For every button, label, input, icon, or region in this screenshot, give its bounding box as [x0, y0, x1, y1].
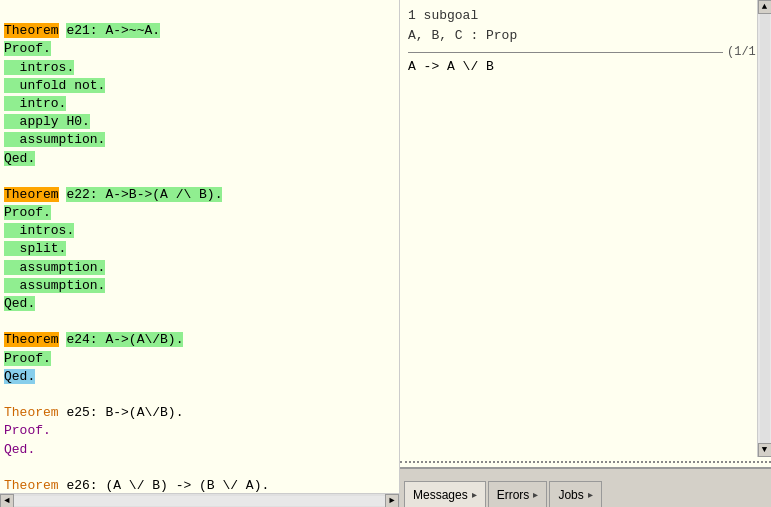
- proof-e25: Proof.: [4, 423, 51, 438]
- code-editor[interactable]: Theorem e21: A->~~A. Proof. intros. unfo…: [0, 0, 399, 493]
- qed-e25: Qed.: [4, 442, 35, 457]
- dotted-separator: [400, 461, 771, 463]
- unfold-e21: unfold not.: [4, 78, 105, 93]
- left-panel: Theorem e21: A->~~A. Proof. intros. unfo…: [0, 0, 400, 507]
- hscroll-track[interactable]: [14, 496, 385, 506]
- theorem-e21-stmt: e21: A->~~A.: [66, 23, 160, 38]
- main-container: Theorem e21: A->~~A. Proof. intros. unfo…: [0, 0, 771, 507]
- qed-e22: Qed.: [4, 296, 35, 311]
- theorem-e26-keyword: Theorem: [4, 478, 59, 493]
- assumption2-e22: assumption.: [4, 278, 105, 293]
- vscroll-up-arrow[interactable]: ▲: [758, 0, 772, 14]
- goal-panel: 1 subgoal A, B, C : Prop (1/1) A -> A \/…: [400, 0, 771, 457]
- qed-e24: Qed.: [4, 369, 35, 384]
- vscroll-track[interactable]: [760, 14, 770, 443]
- right-vscrollbar: ▲ ▼: [757, 0, 771, 457]
- right-panel: 1 subgoal A, B, C : Prop (1/1) A -> A \/…: [400, 0, 771, 507]
- scroll-right-arrow[interactable]: ►: [385, 494, 399, 508]
- tab-jobs-arrow: ▸: [588, 489, 593, 500]
- proof-e24: Proof.: [4, 351, 51, 366]
- split-e22: split.: [4, 241, 66, 256]
- context-text: A, B, C : Prop: [408, 28, 517, 43]
- assumption1-e22: assumption.: [4, 260, 105, 275]
- proof-e21: Proof.: [4, 41, 51, 56]
- vscroll-down-arrow[interactable]: ▼: [758, 443, 772, 457]
- goal-text: A -> A \/ B: [408, 59, 763, 74]
- intros-e21: intros.: [4, 60, 74, 75]
- tab-messages-label: Messages: [413, 488, 468, 502]
- theorem-e21-keyword: Theorem: [4, 23, 59, 38]
- subgoal-count-text: 1 subgoal: [408, 8, 478, 23]
- assumption-e21: assumption.: [4, 132, 105, 147]
- intro-e21: intro.: [4, 96, 66, 111]
- qed-e21: Qed.: [4, 151, 35, 166]
- tab-errors-label: Errors: [497, 488, 530, 502]
- theorem-e25-stmt: e25: B->(A\/B).: [66, 405, 183, 420]
- tab-errors-arrow: ▸: [533, 489, 538, 500]
- theorem-e22-stmt: e22: A->B->(A /\ B).: [66, 187, 222, 202]
- subgoal-count: 1 subgoal: [408, 6, 763, 26]
- theorem-e24-stmt: e24: A->(A\/B).: [66, 332, 183, 347]
- bottom-tabs-panel: Messages ▸ Errors ▸ Jobs ▸: [400, 467, 771, 507]
- apply-e21: apply H0.: [4, 114, 90, 129]
- context-line: A, B, C : Prop: [408, 26, 763, 46]
- theorem-e22-keyword: Theorem: [4, 187, 59, 202]
- intros-e22: intros.: [4, 223, 74, 238]
- scroll-left-arrow[interactable]: ◄: [0, 494, 14, 508]
- tab-messages-arrow: ▸: [472, 489, 477, 500]
- goal-divider-row: (1/1): [408, 45, 763, 59]
- proof-e22: Proof.: [4, 205, 51, 220]
- goal-divider-line: [408, 52, 723, 53]
- tab-jobs[interactable]: Jobs ▸: [549, 481, 601, 507]
- tab-errors[interactable]: Errors ▸: [488, 481, 548, 507]
- tab-jobs-label: Jobs: [558, 488, 583, 502]
- theorem-e24-keyword: Theorem: [4, 332, 59, 347]
- theorem-e25-keyword: Theorem: [4, 405, 59, 420]
- tab-messages[interactable]: Messages ▸: [404, 481, 486, 507]
- theorem-e26-stmt: e26: (A \/ B) -> (B \/ A).: [66, 478, 269, 493]
- left-hscrollbar: ◄ ►: [0, 493, 399, 507]
